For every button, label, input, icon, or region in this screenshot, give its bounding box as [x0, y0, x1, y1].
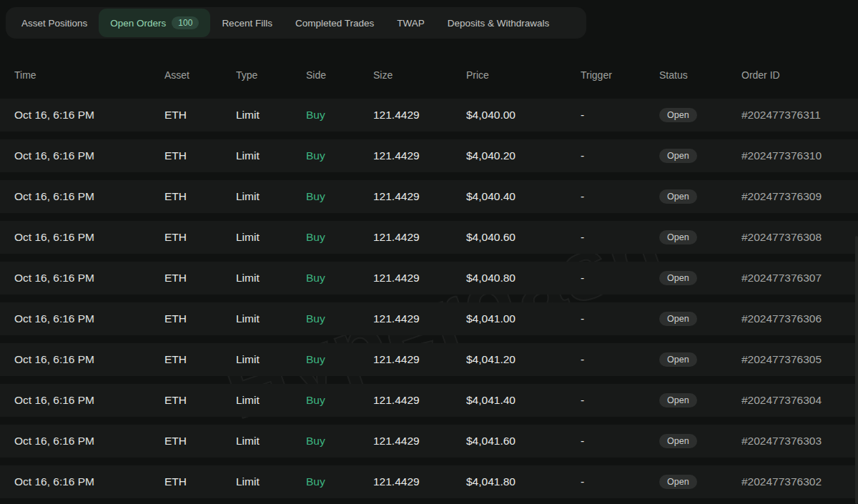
cell-size: 121.4429: [373, 475, 466, 488]
cell-asset: ETH: [164, 231, 236, 244]
table-row: Oct 16, 6:16 PMETHLimitBuy121.4429$4,041…: [0, 302, 858, 335]
column-header-order-id: Order ID: [741, 69, 858, 81]
table-body: Oct 16, 6:16 PMETHLimitBuy121.4429$4,040…: [0, 99, 858, 498]
status-badge: Open: [659, 230, 697, 245]
tab-label: Deposits & Withdrawals: [448, 18, 550, 29]
cell-asset: ETH: [164, 190, 236, 203]
cell-price: $4,040.20: [466, 149, 581, 162]
cell-size: 121.4429: [373, 353, 466, 366]
cell-type: Limit: [236, 475, 306, 488]
cell-price: $4,041.20: [466, 353, 581, 366]
cell-size: 121.4429: [373, 394, 466, 407]
cell-side: Buy: [306, 109, 373, 122]
column-header-trigger: Trigger: [581, 69, 659, 81]
cell-trigger: -: [581, 190, 659, 203]
cell-asset: ETH: [164, 475, 236, 488]
table-header: TimeAssetTypeSideSizePriceTriggerStatusO…: [0, 61, 858, 89]
cell-price: $4,040.00: [466, 109, 581, 122]
cell-price: $4,041.60: [466, 435, 581, 448]
cell-price: $4,041.40: [466, 394, 581, 407]
column-header-price: Price: [466, 69, 581, 81]
column-header-status: Status: [659, 69, 741, 81]
cell-status: Open: [659, 149, 741, 164]
cell-status: Open: [659, 312, 741, 327]
table-row: Oct 16, 6:16 PMETHLimitBuy121.4429$4,040…: [0, 221, 858, 254]
status-badge: Open: [659, 189, 697, 204]
cell-size: 121.4429: [373, 190, 466, 203]
table-row: Oct 16, 6:16 PMETHLimitBuy121.4429$4,041…: [0, 425, 858, 458]
cell-time: Oct 16, 6:16 PM: [14, 109, 164, 122]
cell-side: Buy: [306, 190, 373, 203]
tab-label: Completed Trades: [295, 18, 374, 29]
tab-asset-positions[interactable]: Asset Positions: [10, 9, 99, 36]
cell-trigger: -: [581, 312, 659, 325]
cell-asset: ETH: [164, 272, 236, 285]
cell-status: Open: [659, 189, 741, 204]
cell-time: Oct 16, 6:16 PM: [14, 312, 164, 325]
cell-time: Oct 16, 6:16 PM: [14, 190, 164, 203]
cell-trigger: -: [581, 109, 659, 122]
cell-type: Limit: [236, 190, 306, 203]
column-header-side: Side: [306, 69, 373, 81]
cell-time: Oct 16, 6:16 PM: [14, 149, 164, 162]
status-badge: Open: [659, 475, 697, 490]
cell-size: 121.4429: [373, 109, 466, 122]
status-badge: Open: [659, 393, 697, 408]
status-badge: Open: [659, 149, 697, 164]
tab-completed-trades[interactable]: Completed Trades: [284, 9, 385, 36]
orders-tab-bar: Asset PositionsOpen Orders100Recent Fill…: [6, 7, 586, 39]
cell-asset: ETH: [164, 435, 236, 448]
tab-deposits-withdrawals[interactable]: Deposits & Withdrawals: [436, 9, 561, 36]
cell-status: Open: [659, 352, 741, 367]
cell-time: Oct 16, 6:16 PM: [14, 394, 164, 407]
cell-size: 121.4429: [373, 435, 466, 448]
tab-twap[interactable]: TWAP: [385, 9, 436, 36]
cell-size: 121.4429: [373, 272, 466, 285]
table-row: Oct 16, 6:16 PMETHLimitBuy121.4429$4,041…: [0, 465, 858, 498]
cell-order-id: #202477376306: [741, 312, 858, 325]
cell-trigger: -: [581, 272, 659, 285]
cell-order-id: #202477376311: [741, 109, 858, 122]
cell-order-id: #202477376308: [741, 231, 858, 244]
cell-size: 121.4429: [373, 149, 466, 162]
status-badge: Open: [659, 108, 697, 123]
cell-side: Buy: [306, 272, 373, 285]
cell-side: Buy: [306, 353, 373, 366]
cell-side: Buy: [306, 475, 373, 488]
cell-side: Buy: [306, 312, 373, 325]
cell-status: Open: [659, 230, 741, 245]
cell-type: Limit: [236, 272, 306, 285]
open-orders-table: TimeAssetTypeSideSizePriceTriggerStatusO…: [0, 61, 858, 504]
column-header-asset: Asset: [164, 69, 236, 81]
cell-type: Limit: [236, 149, 306, 162]
cell-time: Oct 16, 6:16 PM: [14, 231, 164, 244]
scrollbar-thumb[interactable]: [855, 236, 858, 504]
column-header-size: Size: [373, 69, 466, 81]
cell-side: Buy: [306, 231, 373, 244]
cell-price: $4,040.60: [466, 231, 581, 244]
tab-open-orders[interactable]: Open Orders100: [99, 9, 210, 37]
cell-side: Buy: [306, 435, 373, 448]
status-badge: Open: [659, 312, 697, 327]
cell-trigger: -: [581, 394, 659, 407]
cell-price: $4,040.40: [466, 190, 581, 203]
table-row: Oct 16, 6:16 PMETHLimitBuy121.4429$4,041…: [0, 384, 858, 417]
cell-side: Buy: [306, 149, 373, 162]
cell-order-id: #202477376307: [741, 272, 858, 285]
cell-asset: ETH: [164, 109, 236, 122]
status-badge: Open: [659, 271, 697, 286]
cell-asset: ETH: [164, 149, 236, 162]
cell-order-id: #202477376310: [741, 149, 858, 162]
table-row: Oct 16, 6:16 PMETHLimitBuy121.4429$4,040…: [0, 262, 858, 295]
open-orders-count-badge: 100: [172, 16, 199, 29]
cell-order-id: #202477376303: [741, 435, 858, 448]
cell-time: Oct 16, 6:16 PM: [14, 272, 164, 285]
tab-recent-fills[interactable]: Recent Fills: [210, 9, 284, 36]
status-badge: Open: [659, 352, 697, 367]
cell-asset: ETH: [164, 394, 236, 407]
tab-label: Open Orders: [110, 18, 166, 29]
cell-type: Limit: [236, 435, 306, 448]
tab-label: Recent Fills: [222, 18, 272, 29]
cell-trigger: -: [581, 435, 659, 448]
column-header-time: Time: [14, 69, 164, 81]
